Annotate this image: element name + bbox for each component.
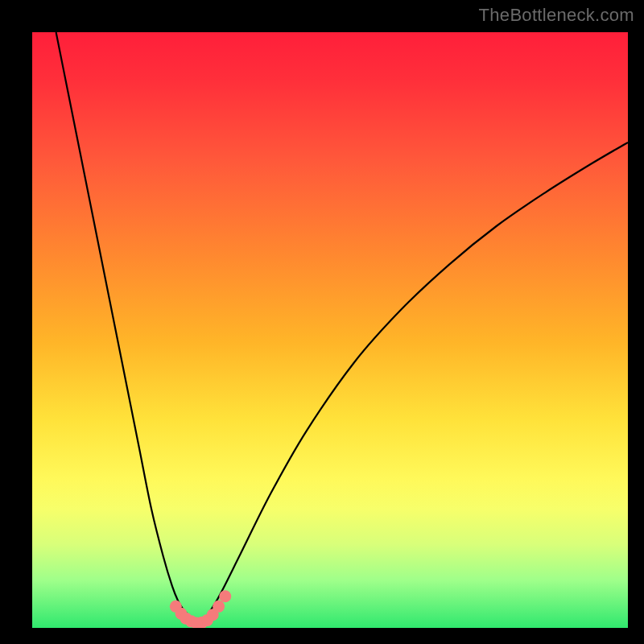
marker-dot xyxy=(191,617,203,628)
marker-dot xyxy=(201,614,213,626)
plot-area xyxy=(32,32,628,628)
marker-dot xyxy=(196,617,208,628)
marker-dot xyxy=(180,613,192,625)
marker-dot xyxy=(170,601,182,613)
marker-dot xyxy=(185,615,197,627)
marker-dots xyxy=(170,590,231,628)
marker-dot xyxy=(207,609,219,621)
curve-right xyxy=(199,142,628,623)
curve-layer xyxy=(32,32,628,628)
marker-dot xyxy=(213,601,225,613)
marker-dot xyxy=(175,608,188,620)
marker-dot xyxy=(219,590,231,602)
curve-left xyxy=(56,32,200,623)
chart-frame: TheBottleneck.com xyxy=(0,0,644,644)
watermark-label: TheBottleneck.com xyxy=(479,5,634,26)
